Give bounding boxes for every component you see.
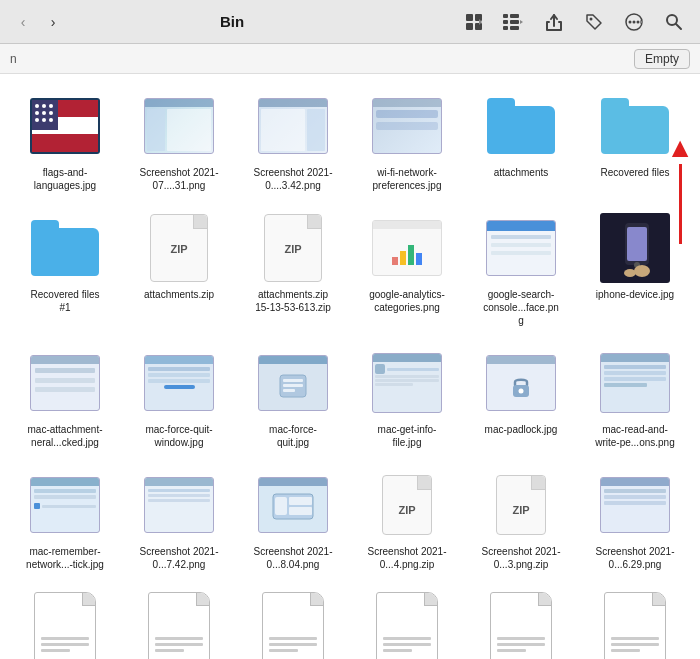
- screenshot-preview: [30, 477, 100, 533]
- svg-point-15: [629, 20, 632, 23]
- list-item[interactable]: Screenshot 2021-0...9.57.png: [352, 585, 462, 659]
- file-thumbnail: ZIP: [257, 212, 329, 284]
- svg-point-17: [637, 20, 640, 23]
- zip-icon: ZIP: [150, 214, 208, 282]
- window-title: Bin: [12, 13, 452, 30]
- doc-icon: [34, 592, 96, 659]
- file-thumbnail: [485, 212, 557, 284]
- screenshot-preview: [372, 220, 442, 276]
- file-thumbnail: [29, 90, 101, 162]
- list-item[interactable]: ZIP attachments.zip: [124, 206, 234, 333]
- file-grid-container[interactable]: ▲: [0, 74, 700, 659]
- svg-rect-48: [283, 384, 303, 387]
- file-name: flags-and-languages.jpg: [25, 166, 105, 192]
- svg-rect-6: [503, 20, 508, 24]
- list-item[interactable]: Screenshot 2021-0...8.04.png: [238, 463, 348, 577]
- list-item[interactable]: google-search-console...face.png: [466, 206, 576, 333]
- list-item[interactable]: mac-read-and-write-pe...ons.png: [580, 341, 690, 455]
- svg-rect-2: [466, 23, 473, 30]
- svg-rect-5: [503, 14, 508, 18]
- list-item[interactable]: wi-fi-network-preferences.jpg: [352, 84, 462, 198]
- list-item[interactable]: ZIP Screenshot 2021-0...3.png.zip: [466, 463, 576, 577]
- screenshot-preview: [144, 355, 214, 411]
- list-item[interactable]: mac-force-quit.jpg: [238, 341, 348, 455]
- list-item[interactable]: Recovered files #1: [10, 206, 120, 333]
- file-thumbnail: [143, 591, 215, 659]
- image-preview: [600, 213, 670, 283]
- file-thumbnail: ZIP: [371, 469, 443, 541]
- list-item[interactable]: mac-force-quit-window.jpg: [124, 341, 234, 455]
- screenshot-preview: [486, 355, 556, 411]
- screenshot-preview: [372, 353, 442, 413]
- list-item[interactable]: Screenshot 2021-0...9.50.png: [238, 585, 348, 659]
- svg-rect-42: [627, 227, 647, 261]
- screenshot-preview: [258, 98, 328, 154]
- list-item[interactable]: Recovered files: [580, 84, 690, 198]
- list-item[interactable]: Screenshot 2021-0...7.42.png: [124, 463, 234, 577]
- list-item[interactable]: iphone-device.jpg: [580, 206, 690, 333]
- svg-point-35: [49, 118, 53, 122]
- screenshot-preview: [372, 98, 442, 154]
- list-item[interactable]: mac-remember-network...-tick.jpg: [10, 463, 120, 577]
- list-item[interactable]: flags-and-languages.jpg: [10, 84, 120, 198]
- doc-icon: [376, 592, 438, 659]
- list-item[interactable]: mac-get-info-file.jpg: [352, 341, 462, 455]
- file-name: attachments: [494, 166, 548, 179]
- svg-rect-7: [503, 26, 508, 30]
- list-item[interactable]: mac-padlock.jpg: [466, 341, 576, 455]
- file-name: Screenshot 2021-0...6.29.png: [595, 545, 675, 571]
- file-thumbnail: [143, 469, 215, 541]
- file-name: mac-padlock.jpg: [485, 423, 558, 436]
- svg-rect-55: [289, 507, 312, 515]
- file-thumbnail: [485, 347, 557, 419]
- file-name: Recovered files #1: [25, 288, 105, 314]
- screenshot-preview: [30, 355, 100, 411]
- file-thumbnail: [371, 347, 443, 419]
- empty-button[interactable]: Empty: [634, 49, 690, 69]
- file-name: mac-attachment-neral...cked.jpg: [25, 423, 105, 449]
- doc-icon: [148, 592, 210, 659]
- svg-point-28: [42, 104, 46, 108]
- list-item[interactable]: Screenshot 2021-0...1.08.png: [580, 585, 690, 659]
- list-item[interactable]: attachments: [466, 84, 576, 198]
- list-item[interactable]: Screenshot 2021-0...1.00.png: [466, 585, 576, 659]
- folder-icon: [487, 98, 555, 154]
- svg-rect-3: [475, 23, 482, 30]
- grid-view-button[interactable]: [460, 8, 488, 36]
- image-preview: [30, 98, 100, 154]
- list-item[interactable]: Screenshot 2021-07....31.png: [124, 84, 234, 198]
- list-item[interactable]: ZIP attachments.zip 15-13-53-613.zip: [238, 206, 348, 333]
- screenshot-preview: [144, 477, 214, 533]
- svg-rect-36: [392, 257, 398, 265]
- svg-marker-11: [520, 20, 523, 24]
- file-name: Recovered files: [601, 166, 670, 179]
- file-name: google-search-console...face.png: [481, 288, 561, 327]
- share-icon: [545, 12, 563, 32]
- list-item[interactable]: mac-attachment-neral...cked.jpg: [10, 341, 120, 455]
- file-thumbnail: [143, 90, 215, 162]
- file-thumbnail: [371, 90, 443, 162]
- file-name: mac-get-info-file.jpg: [367, 423, 447, 449]
- share-button[interactable]: [540, 8, 568, 36]
- list-view-button[interactable]: [500, 8, 528, 36]
- svg-rect-38: [408, 245, 414, 265]
- file-thumbnail: [257, 591, 329, 659]
- list-item[interactable]: Screenshot 2021-0...6.41.png: [124, 585, 234, 659]
- list-item[interactable]: Screenshot 2021-0...6.29.png: [580, 463, 690, 577]
- file-name: wi-fi-network-preferences.jpg: [367, 166, 447, 192]
- list-item[interactable]: Screenshot 2021-0...6.35.png: [10, 585, 120, 659]
- svg-point-45: [624, 269, 636, 277]
- tag-button[interactable]: [580, 8, 608, 36]
- file-thumbnail: [29, 469, 101, 541]
- more-button[interactable]: [620, 8, 648, 36]
- list-item[interactable]: google-analytics-categories.png: [352, 206, 462, 333]
- svg-point-34: [42, 118, 46, 122]
- file-thumbnail: [371, 212, 443, 284]
- search-button[interactable]: [660, 8, 688, 36]
- list-item[interactable]: Screenshot 2021-0....3.42.png: [238, 84, 348, 198]
- file-name: Screenshot 2021-0...3.png.zip: [481, 545, 561, 571]
- screenshot-preview: [600, 477, 670, 533]
- doc-icon: [262, 592, 324, 659]
- file-thumbnail: [257, 469, 329, 541]
- list-item[interactable]: ZIP Screenshot 2021-0...4.png.zip: [352, 463, 462, 577]
